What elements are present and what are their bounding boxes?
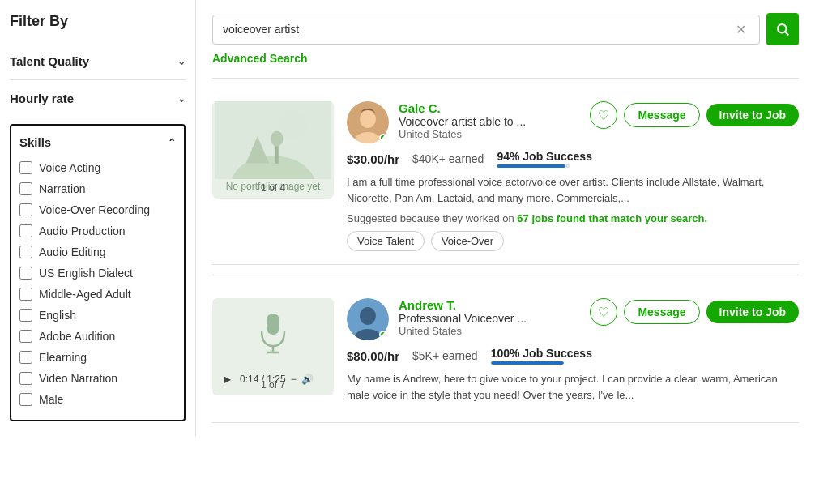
skill-checkbox-middle-aged-adult[interactable] [19, 288, 32, 301]
suggestion-jobs-gale-c[interactable]: 67 jobs found that match your search. [517, 212, 707, 224]
talent-title-gale-c: Voiceover artist able to ... [399, 115, 580, 128]
talent-header-gale-c: Gale C. Voiceover artist able to ... Uni… [347, 101, 799, 143]
hourly-rate-section[interactable]: Hourly rate ⌄ [10, 80, 186, 117]
talent-cards-container: No portfolio image yet 1 of 4 Gale C. Vo… [212, 88, 799, 423]
skills-chevron-up: ⌃ [168, 137, 176, 148]
message-button-gale-c[interactable]: Message [624, 103, 699, 127]
invite-button-andrew-t[interactable]: Invite to Job [706, 301, 799, 323]
tag-voice-over[interactable]: Voice-Over [431, 231, 504, 251]
skill-item-elearning[interactable]: Elearning [19, 347, 176, 368]
job-success-andrew-t: 100% Job Success [491, 347, 592, 365]
skill-checkbox-male[interactable] [19, 393, 32, 406]
skill-item-video-narration[interactable]: Video Narration [19, 368, 176, 389]
skill-checkbox-us-english-dialect[interactable] [19, 267, 32, 280]
avatar-andrew-t [347, 298, 389, 340]
job-success-bar-wrap-gale-c [497, 164, 570, 168]
talent-name-gale-c[interactable]: Gale C. [399, 101, 580, 115]
search-bar-container: ✕ [212, 13, 799, 45]
talent-card-gale-c: No portfolio image yet 1 of 4 Gale C. Vo… [212, 88, 799, 265]
avatar-gale-c [347, 101, 389, 143]
portfolio-svg-scene [212, 101, 334, 179]
skill-label-voice-acting: Voice Acting [39, 161, 100, 174]
skills-title-row: Skills ⌃ [19, 135, 176, 149]
portfolio-thumb-gale-c: No portfolio image yet 1 of 4 [212, 101, 334, 199]
skill-item-adobe-audition[interactable]: Adobe Audition [19, 326, 176, 347]
search-input[interactable] [223, 23, 732, 36]
skill-checkbox-narration[interactable] [19, 182, 32, 195]
stat-earned-gale-c: $40K+ earned [412, 152, 484, 165]
talent-info-gale-c: Gale C. Voiceover artist able to ... Uni… [347, 101, 799, 251]
advanced-search-link[interactable]: Advanced Search [212, 52, 799, 65]
message-button-andrew-t[interactable]: Message [624, 300, 699, 324]
skill-checkbox-voice-over-recording[interactable] [19, 203, 32, 216]
talent-name-block-andrew-t: Andrew T. Professional Voiceover ... Uni… [399, 298, 580, 337]
skill-item-middle-aged-adult[interactable]: Middle-Aged Adult [19, 284, 176, 305]
skill-checkbox-audio-editing[interactable] [19, 246, 32, 258]
skill-label-middle-aged-adult: Middle-Aged Adult [39, 288, 131, 301]
search-button[interactable] [766, 13, 799, 45]
skill-label-audio-editing: Audio Editing [39, 246, 106, 258]
hourly-rate-chevron: ⌄ [177, 93, 186, 105]
talent-bio-andrew-t: My name is Andrew, here to give voice to… [347, 371, 799, 403]
skill-checkbox-english[interactable] [19, 309, 32, 322]
portfolio-counter-gale-c: 1 of 4 [212, 182, 334, 194]
skill-label-male: Male [39, 393, 63, 406]
svg-point-15 [360, 307, 376, 325]
invite-button-gale-c[interactable]: Invite to Job [706, 104, 799, 126]
hourly-rate-label: Hourly rate [10, 92, 74, 105]
skill-label-video-narration: Video Narration [39, 372, 117, 385]
skill-label-voice-over-recording: Voice-Over Recording [39, 203, 150, 216]
search-clear-button[interactable]: ✕ [732, 22, 749, 37]
skills-list: Voice ActingNarrationVoice-Over Recordin… [19, 157, 176, 410]
talent-quality-chevron: ⌄ [177, 56, 186, 67]
divider-top [212, 78, 799, 79]
skill-item-voice-acting[interactable]: Voice Acting [19, 157, 176, 178]
skill-label-audio-production: Audio Production [39, 224, 126, 237]
search-bar-wrapper: ✕ [212, 15, 760, 45]
skill-item-voice-over-recording[interactable]: Voice-Over Recording [19, 199, 176, 220]
skill-checkbox-video-narration[interactable] [19, 372, 32, 385]
portfolio-counter-andrew-t: 1 of 7 [212, 379, 334, 391]
talent-location-andrew-t: United States [399, 325, 580, 337]
skill-checkbox-audio-production[interactable] [19, 224, 32, 237]
tags-row-gale-c: Voice TalentVoice-Over [347, 231, 799, 251]
job-success-bar-andrew-t [491, 361, 564, 365]
skill-checkbox-adobe-audition[interactable] [19, 330, 32, 343]
talent-name-andrew-t[interactable]: Andrew T. [399, 298, 580, 312]
talent-bio-gale-c: I am a full time professional voice acto… [347, 174, 799, 206]
card-divider-0 [212, 275, 799, 275]
skill-item-english[interactable]: English [19, 305, 176, 326]
skill-item-us-english-dialect[interactable]: US English Dialect [19, 263, 176, 284]
svg-point-4 [279, 111, 307, 139]
talent-info-andrew-t: Andrew T. Professional Voiceover ... Uni… [347, 298, 799, 409]
skill-item-audio-production[interactable]: Audio Production [19, 220, 176, 241]
sidebar-title: Filter By [10, 13, 186, 30]
talent-location-gale-c: United States [399, 128, 580, 140]
skill-label-narration: Narration [39, 182, 86, 195]
favorite-button-andrew-t[interactable]: ♡ [590, 298, 617, 326]
job-success-label-gale-c: 94% Job Success [497, 150, 592, 163]
skill-item-male[interactable]: Male [19, 389, 176, 410]
stat-earned-andrew-t: $5K+ earned [412, 349, 478, 362]
skill-label-adobe-audition: Adobe Audition [39, 330, 115, 343]
talent-quality-section[interactable]: Talent Quality ⌄ [10, 43, 186, 80]
talent-card-andrew-t: ▶ 0:14 / 1:25 − 🔊 1 of 7 Andrew T. Profe… [212, 285, 799, 423]
talent-stats-andrew-t: $80.00/hr $5K+ earned 100% Job Success [347, 347, 799, 365]
skill-item-audio-editing[interactable]: Audio Editing [19, 241, 176, 263]
skill-item-narration[interactable]: Narration [19, 178, 176, 199]
tag-voice-talent[interactable]: Voice Talent [347, 231, 425, 251]
stat-rate-andrew-t: $80.00/hr [347, 349, 399, 363]
skill-label-us-english-dialect: US English Dialect [39, 267, 133, 280]
suggestion-text-gale-c: Suggested because they worked on 67 jobs… [347, 212, 799, 224]
skill-label-elearning: Elearning [39, 351, 87, 364]
talent-quality-header[interactable]: Talent Quality ⌄ [10, 54, 186, 68]
favorite-button-gale-c[interactable]: ♡ [590, 101, 617, 129]
svg-rect-11 [267, 314, 279, 335]
skills-section: Skills ⌃ Voice ActingNarrationVoice-Over… [10, 124, 186, 421]
skills-label: Skills [19, 135, 51, 149]
search-icon [775, 22, 790, 36]
hourly-rate-header[interactable]: Hourly rate ⌄ [10, 92, 186, 105]
svg-line-1 [785, 32, 787, 34]
skill-checkbox-voice-acting[interactable] [19, 161, 32, 174]
skill-checkbox-elearning[interactable] [19, 351, 32, 364]
